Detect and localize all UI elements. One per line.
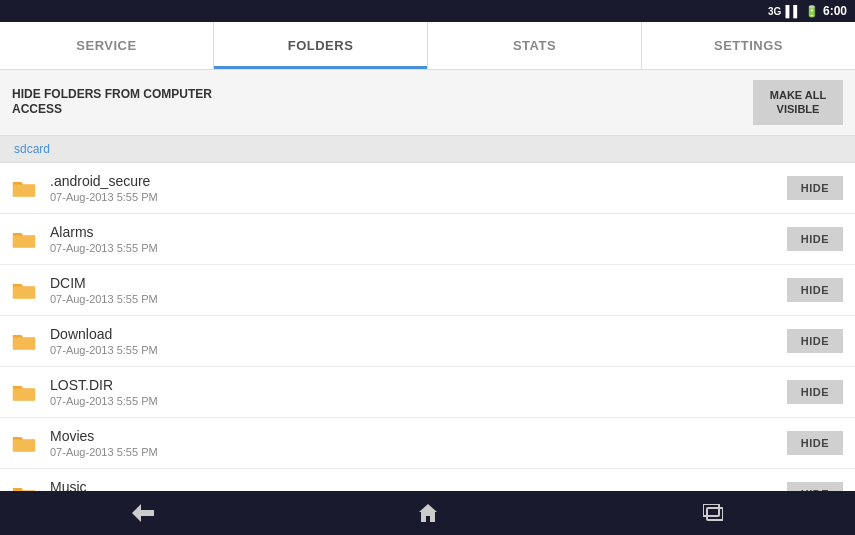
hide-button[interactable]: HIDE <box>787 176 843 200</box>
folder-info: Alarms 07-Aug-2013 5:55 PM <box>50 224 787 254</box>
network-indicator: 3G <box>768 6 781 17</box>
svg-marker-8 <box>132 504 154 522</box>
back-button[interactable] <box>112 496 174 530</box>
folder-date: 07-Aug-2013 5:55 PM <box>50 293 787 305</box>
hide-button[interactable]: HIDE <box>787 227 843 251</box>
hide-button[interactable]: HIDE <box>787 380 843 404</box>
folder-date: 07-Aug-2013 5:55 PM <box>50 344 787 356</box>
header-row: HIDE FOLDERS FROM COMPUTER ACCESS MAKE A… <box>0 70 855 136</box>
folder-icon <box>12 279 38 301</box>
svg-rect-11 <box>707 508 723 520</box>
list-item: Alarms 07-Aug-2013 5:55 PM HIDE <box>0 214 855 265</box>
folder-date: 07-Aug-2013 5:55 PM <box>50 446 787 458</box>
folder-icon <box>12 432 38 454</box>
folder-icon <box>12 228 38 250</box>
page-title: HIDE FOLDERS FROM COMPUTER ACCESS <box>12 87 212 118</box>
list-item: DCIM 07-Aug-2013 5:55 PM HIDE <box>0 265 855 316</box>
folder-icon <box>12 330 38 352</box>
folder-info: .android_secure 07-Aug-2013 5:55 PM <box>50 173 787 203</box>
signal-icon: ▌▌ <box>785 5 801 17</box>
svg-rect-3 <box>13 337 35 349</box>
folder-name: .android_secure <box>50 173 787 189</box>
folder-name: Movies <box>50 428 787 444</box>
folder-name: LOST.DIR <box>50 377 787 393</box>
clock: 6:00 <box>823 4 847 18</box>
folder-info: Movies 07-Aug-2013 5:55 PM <box>50 428 787 458</box>
tab-settings[interactable]: SETTINGS <box>642 22 855 69</box>
list-item: .android_secure 07-Aug-2013 5:55 PM HIDE <box>0 163 855 214</box>
svg-marker-9 <box>419 504 437 522</box>
svg-rect-10 <box>703 504 719 516</box>
home-button[interactable] <box>398 495 458 531</box>
list-item: Download 07-Aug-2013 5:55 PM HIDE <box>0 316 855 367</box>
list-item: Movies 07-Aug-2013 5:55 PM HIDE <box>0 418 855 469</box>
section-label: sdcard <box>0 136 855 163</box>
folder-name: Alarms <box>50 224 787 240</box>
hide-button[interactable]: HIDE <box>787 431 843 455</box>
svg-rect-1 <box>13 235 35 247</box>
svg-rect-5 <box>13 439 35 451</box>
folder-date: 07-Aug-2013 5:55 PM <box>50 395 787 407</box>
folder-date: 07-Aug-2013 5:55 PM <box>50 191 787 203</box>
recents-button[interactable] <box>683 496 743 530</box>
svg-rect-2 <box>13 286 35 298</box>
folder-name: Download <box>50 326 787 342</box>
folder-date: 07-Aug-2013 5:55 PM <box>50 242 787 254</box>
folder-info: LOST.DIR 07-Aug-2013 5:55 PM <box>50 377 787 407</box>
status-icons: 3G ▌▌ 🔋 6:00 <box>768 4 847 18</box>
svg-rect-4 <box>13 388 35 400</box>
folder-info: DCIM 07-Aug-2013 5:55 PM <box>50 275 787 305</box>
bottom-nav <box>0 491 855 535</box>
folder-icon <box>12 381 38 403</box>
folder-info: Download 07-Aug-2013 5:55 PM <box>50 326 787 356</box>
hide-button[interactable]: HIDE <box>787 329 843 353</box>
tab-stats[interactable]: STATS <box>428 22 642 69</box>
make-all-visible-button[interactable]: MAKE ALLVISIBLE <box>753 80 843 125</box>
svg-rect-0 <box>13 184 35 196</box>
tab-service[interactable]: SERVICE <box>0 22 214 69</box>
hide-button[interactable]: HIDE <box>787 278 843 302</box>
folder-icon <box>12 177 38 199</box>
folder-list: .android_secure 07-Aug-2013 5:55 PM HIDE… <box>0 163 855 504</box>
list-item: LOST.DIR 07-Aug-2013 5:55 PM HIDE <box>0 367 855 418</box>
status-bar: 3G ▌▌ 🔋 6:00 <box>0 0 855 22</box>
tab-folders[interactable]: FOLDERS <box>214 22 428 69</box>
folder-name: DCIM <box>50 275 787 291</box>
tab-bar: SERVICE FOLDERS STATS SETTINGS <box>0 22 855 70</box>
battery-icon: 🔋 <box>805 5 819 18</box>
